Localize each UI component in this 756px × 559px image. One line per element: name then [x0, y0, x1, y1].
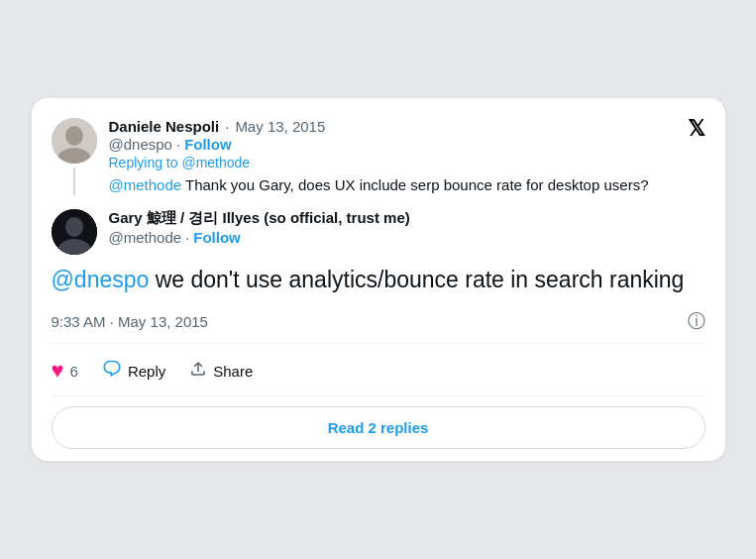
reply-timestamp: May 13, 2015 [235, 118, 325, 135]
reply-mention[interactable]: @methode [109, 176, 182, 193]
reply-text-body: Thank you Gary, does UX include serp bou… [181, 176, 648, 193]
main-author-avatar [52, 209, 97, 255]
thread-line [73, 168, 75, 195]
replying-to-handle[interactable]: @methode [181, 155, 250, 170]
main-handle-row: @methode · Follow [109, 229, 705, 246]
x-twitter-icon[interactable]: 𝕏 [688, 116, 705, 142]
like-action[interactable]: ♥ 6 [52, 358, 78, 384]
reply-handle-row: @dnespo · Follow [109, 136, 705, 153]
divider-1 [52, 343, 705, 344]
reply-handle: @dnespo [109, 136, 172, 153]
reply-action[interactable]: Reply [102, 359, 165, 384]
reply-action-label: Reply [128, 363, 165, 380]
heart-icon: ♥ [52, 358, 64, 384]
replying-to-text: Replying to [109, 155, 178, 170]
main-author-info: Gary 鯨理 / 경리 Illyes (so official, trust … [109, 209, 705, 255]
share-action-label: Share [213, 363, 253, 380]
comment-icon [102, 359, 122, 384]
reply-avatar-col [52, 118, 97, 195]
main-tweet-timestamp: 9:33 AM · May 13, 2015 [52, 313, 208, 330]
main-author-avatar-image [52, 209, 97, 255]
reply-follow-button[interactable]: Follow [184, 136, 232, 153]
svg-point-4 [65, 217, 83, 237]
tweet-actions-row: ♥ 6 Reply Share [52, 354, 705, 391]
like-count: 6 [70, 363, 78, 380]
reply-author-avatar [52, 118, 97, 164]
reply-tweet-text: @methode Thank you Gary, does UX include… [109, 174, 705, 195]
main-tweet-header: Gary 鯨理 / 경리 Illyes (so official, trust … [109, 209, 705, 228]
reply-tweet-body: Daniele Nespoli · May 13, 2015 @dnespo ·… [109, 118, 705, 195]
main-author-name: Gary 鯨理 / 경리 Illyes (so official, trust … [109, 209, 410, 228]
tweet-meta-row: 9:33 AM · May 13, 2015 ⓘ [52, 309, 705, 333]
replying-to-label: Replying to @methode [109, 155, 705, 170]
info-icon[interactable]: ⓘ [688, 309, 705, 333]
main-mention[interactable]: @dnespo [52, 267, 150, 292]
main-handle: @methode [109, 229, 182, 246]
reply-tweet-header: Daniele Nespoli · May 13, 2015 [109, 118, 705, 135]
main-tweet-body: we don't use analytics/bounce rate in se… [149, 267, 684, 292]
reply-handle-dot: · [176, 136, 180, 153]
reply-author-name: Daniele Nespoli [109, 118, 220, 135]
reply-tweet-section: Daniele Nespoli · May 13, 2015 @dnespo ·… [52, 118, 705, 195]
svg-point-1 [65, 126, 83, 146]
main-tweet-author-section: Gary 鯨理 / 경리 Illyes (so official, trust … [52, 209, 705, 255]
read-replies-button[interactable]: Read 2 replies [52, 406, 705, 449]
divider-2 [52, 395, 705, 396]
main-handle-dot: · [185, 229, 189, 246]
tweet-card: 𝕏 Daniele Nespoli · May 13, 2015 [32, 98, 725, 461]
main-follow-button[interactable]: Follow [193, 229, 241, 246]
reply-author-avatar-image [52, 118, 97, 164]
reply-dot: · [225, 118, 229, 135]
share-action[interactable]: Share [189, 360, 253, 383]
main-tweet-text: @dnespo we don't use analytics/bounce ra… [52, 265, 705, 295]
share-icon [189, 360, 207, 383]
